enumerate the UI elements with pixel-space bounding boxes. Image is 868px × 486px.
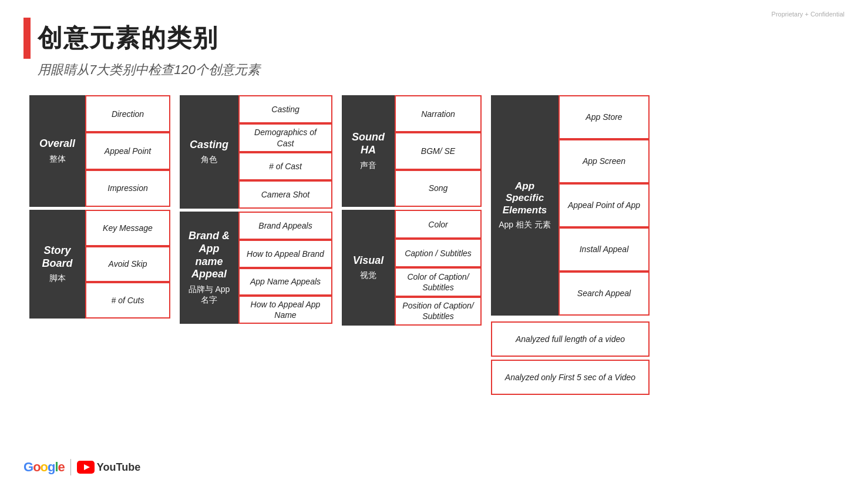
brand-item-how-to-appeal-app: How to Appeal App Name (238, 296, 332, 324)
visual-dark-cell: Visual 视觉 (342, 210, 395, 326)
right-column: App Specific Elements App 相关 元素 App Stor… (491, 95, 650, 395)
visual-item-caption-subtitles: Caption / Subtitles (395, 239, 482, 267)
red-accent-bar (23, 18, 31, 59)
youtube-logo: YouTube (77, 461, 140, 474)
casting-section: Casting 角色 Casting Demographics of Cast … (180, 95, 332, 209)
storyboard-label-en: Story Board (34, 244, 80, 270)
sound-items: Narration BGM/ SE Song (395, 95, 482, 207)
app-item-appeal-point: Appeal Point of App (559, 183, 650, 227)
sound-section: Sound HA 声音 Narration BGM/ SE Song (342, 95, 482, 207)
youtube-text: YouTube (97, 461, 140, 474)
sound-dark-cell: Sound HA 声音 (342, 95, 395, 207)
overall-item-impression: Impression (85, 170, 170, 207)
app-section: App Specific Elements App 相关 元素 App Stor… (491, 95, 650, 316)
storyboard-item-cuts: # of Cuts (85, 282, 170, 319)
sound-column: Sound HA 声音 Narration BGM/ SE Song Visua… (342, 95, 482, 326)
google-g2: g (48, 460, 55, 474)
app-dark-cell: App Specific Elements App 相关 元素 (491, 95, 559, 316)
sound-item-song: Song (395, 170, 482, 207)
page-subtitle: 用眼睛从7大类别中检查120个创意元素 (38, 61, 845, 79)
overall-item-direction: Direction (85, 95, 170, 132)
overall-items: Direction Appeal Point Impression (85, 95, 170, 207)
casting-item-demographics: Demographics of Cast (238, 123, 332, 152)
footer: Google YouTube (23, 459, 140, 475)
legend-first-5sec: Analyzed only First 5 sec of a Video (491, 360, 650, 395)
brand-item-brand-appeals: Brand Appeals (238, 212, 332, 240)
visual-label-en: Visual (353, 254, 383, 267)
brand-dark-cell: Brand & App name Appeal 品牌与 App 名字 (180, 212, 238, 323)
legend-box: Analyzed full length of a video Analyzed… (491, 321, 650, 395)
brand-label-zh: 品牌与 App 名字 (184, 284, 234, 306)
mid-casting-column: Casting 角色 Casting Demographics of Cast … (180, 95, 332, 324)
brand-label-en: Brand & App name Appeal (184, 230, 234, 280)
title-row: 创意元素的类别 (23, 18, 845, 59)
casting-item-casting: Casting (238, 95, 332, 123)
app-item-install-appeal: Install Appeal (559, 227, 650, 272)
google-o1: o (33, 460, 40, 474)
sound-item-bgm: BGM/ SE (395, 132, 482, 169)
brand-item-app-name-appeals: App Name Appeals (238, 268, 332, 296)
page-title: 创意元素的类别 (38, 22, 218, 55)
google-g: G (23, 460, 33, 474)
brand-section: Brand & App name Appeal 品牌与 App 名字 Brand… (180, 212, 332, 323)
brand-item-how-to-appeal: How to Appeal Brand (238, 240, 332, 268)
header: 创意元素的类别 用眼睛从7大类别中检查120个创意元素 (23, 18, 845, 79)
page: Proprietary + Confidential 创意元素的类别 用眼睛从7… (0, 0, 868, 486)
overall-label-en: Overall (39, 138, 75, 150)
left-column: Overall 整体 Direction Appeal Point Impres… (29, 95, 170, 319)
overall-section: Overall 整体 Direction Appeal Point Impres… (29, 95, 170, 207)
sound-item-narration: Narration (395, 95, 482, 132)
brand-items: Brand Appeals How to Appeal Brand App Na… (238, 212, 332, 323)
main-layout: Overall 整体 Direction Appeal Point Impres… (29, 95, 845, 395)
storyboard-section: Story Board 脚本 Key Message Avoid Skip # … (29, 210, 170, 319)
footer-divider (70, 459, 71, 475)
app-items: App Store App Screen Appeal Point of App… (559, 95, 650, 316)
casting-label-zh: 角色 (201, 155, 217, 165)
app-label-en: App Specific Elements (496, 180, 554, 216)
casting-items: Casting Demographics of Cast # of Cast C… (238, 95, 332, 209)
google-o2: o (41, 460, 48, 474)
casting-item-num-cast: # of Cast (238, 152, 332, 180)
storyboard-item-avoid-skip: Avoid Skip (85, 246, 170, 283)
visual-item-color-caption: Color of Caption/ Subtitles (395, 267, 482, 296)
casting-dark-cell: Casting 角色 (180, 95, 238, 209)
casting-label-en: Casting (190, 139, 228, 152)
storyboard-item-key-message: Key Message (85, 210, 170, 246)
proprietary-label: Proprietary + Confidential (772, 11, 845, 18)
app-item-search-appeal: Search Appeal (559, 272, 650, 316)
app-item-app-store: App Store (559, 95, 650, 139)
sound-label-zh: 声音 (360, 160, 376, 171)
overall-label-zh: 整体 (49, 154, 66, 165)
storyboard-items: Key Message Avoid Skip # of Cuts (85, 210, 170, 319)
overall-dark-cell: Overall 整体 (29, 95, 85, 207)
google-logo: Google (23, 460, 65, 475)
overall-item-appeal-point: Appeal Point (85, 132, 170, 169)
sound-label-en: Sound HA (346, 131, 390, 156)
visual-items: Color Caption / Subtitles Color of Capti… (395, 210, 482, 326)
casting-item-camera-shot: Camera Shot (238, 180, 332, 209)
visual-label-zh: 视觉 (360, 270, 376, 281)
visual-item-color: Color (395, 210, 482, 239)
app-item-app-screen: App Screen (559, 139, 650, 183)
storyboard-label-zh: 脚本 (49, 273, 66, 284)
youtube-icon (77, 461, 95, 474)
visual-item-position-caption: Position of Caption/ Subtitles (395, 297, 482, 326)
app-label-zh: App 相关 元素 (499, 220, 551, 230)
visual-section: Visual 视觉 Color Caption / Subtitles Colo… (342, 210, 482, 326)
google-e: e (58, 460, 65, 474)
storyboard-dark-cell: Story Board 脚本 (29, 210, 85, 319)
legend-full-video: Analyzed full length of a video (491, 321, 650, 357)
